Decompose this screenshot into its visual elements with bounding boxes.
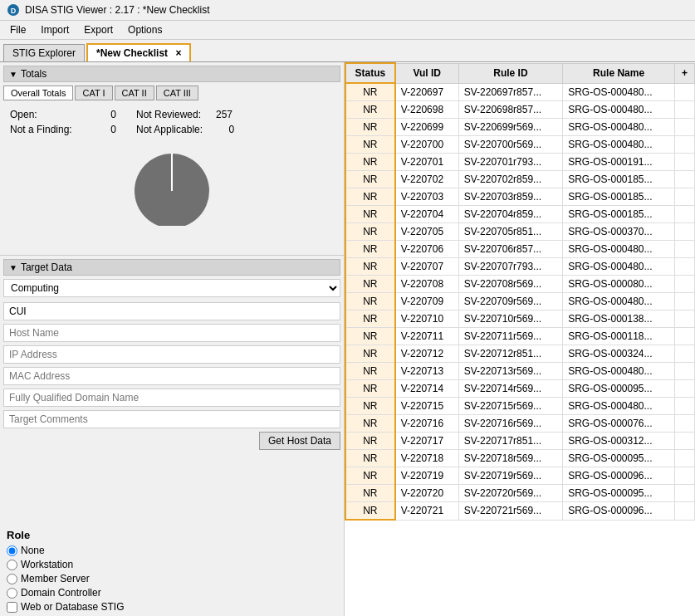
rule-id-cell: SV-220710r569... (458, 310, 562, 328)
menu-export[interactable]: Export (77, 22, 120, 37)
status-cell: NR (345, 433, 395, 450)
rule-name-cell: SRG-OS-000480... (563, 363, 675, 380)
vul-id-cell: V-220718 (395, 450, 458, 467)
rule-id-cell: SV-220713r569... (458, 363, 562, 380)
target-section: ▼ Target Data Computing Non-Computing Ge… (0, 256, 344, 526)
role-member-server-label: Member Server (21, 573, 90, 584)
table-row[interactable]: NRV-220699SV-220699r569...SRG-OS-000480.… (345, 119, 695, 136)
rule-name-cell: SRG-OS-000096... (563, 467, 675, 485)
extra-cell (675, 154, 695, 171)
menu-options[interactable]: Options (121, 22, 169, 37)
role-domain-controller-radio[interactable] (7, 588, 17, 599)
col-status: Status (345, 63, 395, 83)
menu-bar: File Import Export Options (0, 21, 695, 40)
get-host-button[interactable]: Get Host Data (259, 432, 340, 450)
menu-import[interactable]: Import (34, 22, 76, 37)
rule-id-cell: SV-220706r857... (458, 241, 562, 258)
table-row[interactable]: NRV-220709SV-220709r569...SRG-OS-000480.… (345, 293, 695, 310)
open-value: 0 (91, 109, 116, 120)
target-comments-field[interactable] (3, 410, 340, 428)
role-member-server-radio[interactable] (7, 574, 17, 584)
host-name-field[interactable] (3, 324, 340, 342)
rule-name-cell: SRG-OS-000370... (563, 223, 675, 241)
table-row[interactable]: NRV-220718SV-220718r569...SRG-OS-000095.… (345, 450, 695, 467)
app-icon: D (7, 3, 20, 17)
table-row[interactable]: NRV-220703SV-220703r859...SRG-OS-000185.… (345, 188, 695, 206)
tab-close-button[interactable]: × (175, 47, 181, 59)
web-db-stig-checkbox[interactable] (7, 602, 17, 613)
vul-id-cell: V-220701 (395, 154, 458, 171)
role-workstation-radio[interactable] (7, 560, 17, 570)
table-row[interactable]: NRV-220697SV-220697r857...SRG-OS-000480.… (345, 83, 695, 101)
table-row[interactable]: NRV-220700SV-220700r569...SRG-OS-000480.… (345, 136, 695, 154)
role-title: Role (7, 529, 337, 541)
status-cell: NR (345, 415, 395, 433)
status-cell: NR (345, 345, 395, 363)
rule-id-cell: SV-220703r859... (458, 188, 562, 206)
table-row[interactable]: NRV-220721SV-220721r569...SRG-OS-000096.… (345, 502, 695, 521)
table-row[interactable]: NRV-220713SV-220713r569...SRG-OS-000480.… (345, 363, 695, 380)
mac-address-field[interactable] (3, 367, 340, 385)
status-cell: NR (345, 328, 395, 345)
vul-id-cell: V-220714 (395, 380, 458, 398)
role-none-label: None (21, 545, 45, 556)
table-row[interactable]: NRV-220715SV-220715r569...SRG-OS-000480.… (345, 398, 695, 415)
left-panel: ▼ Totals Overall Totals CAT I CAT II CAT… (0, 62, 345, 616)
role-none-radio[interactable] (7, 545, 17, 556)
extra-cell (675, 328, 695, 345)
tab-overall-totals[interactable]: Overall Totals (3, 86, 73, 100)
rule-id-cell: SV-220705r851... (458, 223, 562, 241)
totals-header[interactable]: ▼ Totals (3, 66, 340, 82)
tab-new-checklist[interactable]: *New Checklist × (86, 43, 191, 61)
extra-cell (675, 467, 695, 485)
col-plus[interactable]: + (675, 63, 695, 83)
tab-cat3[interactable]: CAT III (156, 86, 198, 100)
table-row[interactable]: NRV-220705SV-220705r851...SRG-OS-000370.… (345, 223, 695, 241)
table-row[interactable]: NRV-220702SV-220702r859...SRG-OS-000185.… (345, 171, 695, 188)
extra-cell (675, 293, 695, 310)
title-bar: D DISA STIG Viewer : 2.17 : *New Checkli… (0, 0, 695, 21)
cui-field[interactable] (3, 302, 340, 320)
extra-cell (675, 345, 695, 363)
rule-id-cell: SV-220701r793... (458, 154, 562, 171)
table-header-row: Status Vul ID Rule ID Rule Name + (345, 63, 695, 83)
table-row[interactable]: NRV-220704SV-220704r859...SRG-OS-000185.… (345, 206, 695, 223)
vul-id-cell: V-220700 (395, 136, 458, 154)
table-row[interactable]: NRV-220698SV-220698r857...SRG-OS-000480.… (345, 101, 695, 119)
chart-area (3, 139, 340, 252)
target-data-header[interactable]: ▼ Target Data (3, 259, 340, 276)
table-row[interactable]: NRV-220719SV-220719r569...SRG-OS-000096.… (345, 467, 695, 485)
status-cell: NR (345, 188, 395, 206)
fqdn-field[interactable] (3, 389, 340, 407)
pie-chart (118, 145, 226, 245)
computing-dropdown[interactable]: Computing Non-Computing (3, 279, 340, 297)
table-row[interactable]: NRV-220708SV-220708r569...SRG-OS-000080.… (345, 276, 695, 293)
menu-file[interactable]: File (3, 22, 32, 37)
table-row[interactable]: NRV-220717SV-220717r851...SRG-OS-000312.… (345, 433, 695, 450)
tab-cat2[interactable]: CAT II (115, 86, 154, 100)
table-row[interactable]: NRV-220711SV-220711r569...SRG-OS-000118.… (345, 328, 695, 345)
extra-cell (675, 101, 695, 119)
role-workstation-label: Workstation (21, 559, 73, 570)
table-row[interactable]: NRV-220701SV-220701r793...SRG-OS-000191.… (345, 154, 695, 171)
table-row[interactable]: NRV-220707SV-220707r793...SRG-OS-000480.… (345, 258, 695, 276)
totals-label: Totals (21, 68, 46, 80)
vul-id-cell: V-220698 (395, 101, 458, 119)
table-row[interactable]: NRV-220710SV-220710r569...SRG-OS-000138.… (345, 310, 695, 328)
table-row[interactable]: NRV-220706SV-220706r857...SRG-OS-000480.… (345, 241, 695, 258)
status-cell: NR (345, 119, 395, 136)
table-container[interactable]: Status Vul ID Rule ID Rule Name + (345, 62, 695, 616)
extra-cell (675, 433, 695, 450)
right-panel: Status Vul ID Rule ID Rule Name + (345, 62, 695, 616)
dropdown-row: Computing Non-Computing (3, 279, 340, 297)
rule-id-cell: SV-220716r569... (458, 415, 562, 433)
table-row[interactable]: NRV-220716SV-220716r569...SRG-OS-000076.… (345, 415, 695, 433)
table-row[interactable]: NRV-220714SV-220714r569...SRG-OS-000095.… (345, 380, 695, 398)
table-row[interactable]: NRV-220720SV-220720r569...SRG-OS-000095.… (345, 485, 695, 502)
tab-stig-explorer[interactable]: STIG Explorer (3, 44, 85, 61)
ip-address-field[interactable] (3, 345, 340, 364)
totals-arrow: ▼ (9, 70, 17, 79)
table-row[interactable]: NRV-220712SV-220712r851...SRG-OS-000324.… (345, 345, 695, 363)
tab-cat1[interactable]: CAT I (75, 86, 112, 100)
rule-name-cell: SRG-OS-000095... (563, 485, 675, 502)
